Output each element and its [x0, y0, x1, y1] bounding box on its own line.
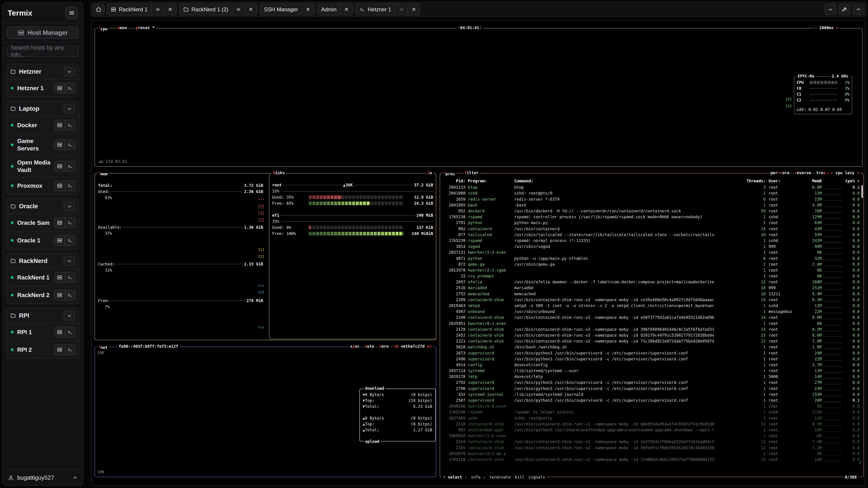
- tab-close-button[interactable]: ✕: [340, 4, 352, 15]
- net-option-auto[interactable]: auto: [364, 344, 375, 349]
- host-row[interactable]: Docker: [7, 116, 79, 134]
- process-row[interactable]: 2037131kworker/2:2-even1root0B0.0: [443, 250, 860, 255]
- host-row[interactable]: RPI 1: [7, 323, 79, 341]
- terminal[interactable]: 1cpu menu preset * ┤04:01:41├ − 2000ms +…: [93, 21, 864, 485]
- tab[interactable]: RackNerd 1✕: [107, 4, 177, 15]
- search-input[interactable]: Search hosts by any info...: [7, 46, 79, 57]
- host-server-button[interactable]: [55, 161, 65, 171]
- proc-option-tree[interactable]: tree: [815, 170, 827, 176]
- process-row[interactable]: 2516mariadbdmariadbd18999251M0.0: [443, 285, 860, 291]
- host-row[interactable]: Game Servers: [7, 134, 79, 155]
- process-row[interactable]: 2013978kworker/2:1-cgwb1root0B0.0: [443, 267, 860, 273]
- process-row[interactable]: 2697ofelia/usr/bin/ofelia daemon --docke…: [443, 279, 860, 285]
- process-row[interactable]: 2452containerd-shim/usr/bin/containerd-s…: [443, 332, 860, 338]
- host-server-button[interactable]: [55, 327, 65, 337]
- host-row[interactable]: Hetzner 1: [7, 79, 79, 97]
- process-row[interactable]: 2178containerd-shim/usr/bin/containerd-s…: [443, 326, 860, 332]
- proc-footer-kill[interactable]: kill: [515, 475, 524, 480]
- tab-split-button[interactable]: [395, 4, 408, 15]
- process-row[interactable]: 4871pythonpython -u /app/main.py nftable…: [443, 255, 860, 261]
- host-terminal-button[interactable]: [65, 327, 75, 337]
- host-row[interactable]: Proxmox: [7, 177, 79, 194]
- tab-close-button[interactable]: ✕: [245, 4, 257, 15]
- host-manager-button[interactable]: Host Manager: [7, 27, 79, 39]
- host-terminal-button[interactable]: [65, 161, 75, 171]
- proc-footer-terminate[interactable]: terminate: [489, 475, 511, 480]
- host-terminal-button[interactable]: [65, 235, 75, 246]
- proc-scrollbar[interactable]: [862, 185, 863, 198]
- host-server-button[interactable]: [55, 181, 65, 191]
- process-row[interactable]: 2792supervisord/usr/bin/python3 /usr/bin…: [443, 380, 860, 385]
- group-collapse-button[interactable]: [64, 67, 75, 76]
- menu-button[interactable]: menu: [116, 25, 128, 31]
- tab[interactable]: Hetzner 1✕: [355, 4, 420, 15]
- host-terminal-button[interactable]: [65, 181, 75, 191]
- process-row[interactable]: 2752memcachedmemcached10112119.9M0.0: [443, 291, 860, 297]
- group-collapse-button[interactable]: [64, 256, 75, 266]
- tab-split-button[interactable]: [151, 4, 164, 15]
- host-terminal-button[interactable]: [65, 345, 75, 355]
- update-interval[interactable]: − 2000ms +: [813, 25, 839, 31]
- process-row[interactable]: 2110containerd-shim/usr/bin/containerd-s…: [443, 421, 860, 427]
- io-toggle[interactable]: io: [426, 170, 433, 176]
- host-row[interactable]: Oracle Sam: [7, 214, 79, 231]
- host-server-button[interactable]: [55, 345, 65, 355]
- sidebar-menu-button[interactable]: [66, 7, 78, 19]
- host-server-button[interactable]: [55, 235, 65, 246]
- mem-box-title[interactable]: 2mem: [98, 170, 109, 177]
- host-row[interactable]: RPI 2: [7, 341, 79, 358]
- tab-close-button[interactable]: ✕: [408, 4, 420, 15]
- process-row[interactable]: 5028watchdog.sh/bin/bash /watchdog.sh1ro…: [443, 344, 860, 350]
- host-server-button[interactable]: [55, 272, 65, 283]
- process-row[interactable]: 2240containerd-shim/usr/bin/containerd-s…: [443, 315, 860, 320]
- process-row[interactable]: 15rcu_preempt1root0B0.0: [443, 273, 860, 279]
- host-server-button[interactable]: [55, 120, 65, 130]
- process-row[interactable]: 2019463smtpdsmtpd -n 589 -t inet -u -o s…: [443, 303, 860, 308]
- process-row[interactable]: 2165containerd-shim/usr/bin/containerd-s…: [443, 445, 860, 451]
- tab[interactable]: Admin✕: [317, 4, 353, 15]
- net-option-sync[interactable]: sync: [349, 344, 361, 349]
- tab[interactable]: SSH Manager✕: [260, 4, 314, 15]
- process-row[interactable]: 3814sogod/usr/sbin/sogod199940M0.0: [443, 243, 860, 250]
- process-row[interactable]: 2035951kworker/0:1-even1root0B0.0: [443, 321, 860, 326]
- group-collapse-button[interactable]: [64, 311, 75, 320]
- process-row[interactable]: 2029178lmtpdovecot/lmtp1500014M0.0: [443, 374, 860, 380]
- process-row[interactable]: 892containerd/usr/bin/containerd24root43…: [443, 226, 860, 232]
- cpu-box-title[interactable]: 1cpu: [98, 25, 109, 32]
- host-row[interactable]: RackNerd 2: [7, 286, 79, 304]
- process-row[interactable]: 2037469sshdsshd: root@notty1root11M0.0: [443, 415, 860, 421]
- tools-button[interactable]: [839, 4, 850, 15]
- process-row[interactable]: 897unattended-upgr/usr/bin/python3 /usr/…: [443, 427, 860, 433]
- process-row[interactable]: 2041088sshdsshd: root@pts/01root11M0.0: [443, 190, 860, 196]
- home-button[interactable]: [93, 4, 104, 15]
- process-row[interactable]: 877tailscaled/usr/sbin/tailscaled --stat…: [443, 232, 860, 238]
- disks-box-title[interactable]: disks: [272, 170, 286, 176]
- process-row[interactable]: 2790supervisord/usr/bin/python3 /usr/bin…: [443, 386, 860, 392]
- proc-box-title[interactable]: 4proc: [443, 170, 456, 177]
- process-row[interactable]: 1765238rspamdrspamd: controller process …: [443, 214, 860, 220]
- process-row[interactable]: 4914configdovecot/config1root3.7M0.0: [443, 362, 860, 368]
- process-row[interactable]: 4507unbound/usr/sbin/unbound1messagebus2…: [443, 308, 860, 315]
- process-row[interactable]: 1965018kworker/1:0-even1root0B0.0: [443, 433, 860, 439]
- expand-button[interactable]: [852, 4, 864, 15]
- group-collapse-button[interactable]: [64, 104, 75, 113]
- host-row[interactable]: Open Media Vault: [7, 155, 79, 177]
- proc-footer-signals[interactable]: signals: [528, 475, 545, 480]
- preset-button[interactable]: preset *: [134, 25, 156, 31]
- process-row[interactable]: 2507supervisord/usr/bin/python3 /usr/bin…: [443, 397, 860, 403]
- process-row[interactable]: 2037114systemd/lib/systemd/systemd --use…: [443, 368, 860, 374]
- process-row[interactable]: 2221containerd-shim/usr/bin/containerd-s…: [443, 338, 860, 344]
- proc-option-per-core[interactable]: per-core: [770, 170, 790, 176]
- group-collapse-button[interactable]: [64, 201, 75, 211]
- process-row[interactable]: 2032979kworker/0:2-mm_p1root0B0.0: [443, 451, 860, 457]
- process-row[interactable]: 872qemu-ga/usr/sbin/qemu-ga2root2.6M0.0: [443, 261, 860, 267]
- proc-footer-info[interactable]: info ↵: [471, 475, 485, 480]
- tab[interactable]: RackNerd 1 (2)✕: [179, 4, 257, 15]
- process-row[interactable]: 2041095bash-bash1root4.8M0.0: [443, 202, 860, 208]
- process-row[interactable]: 2496supervisord/usr/bin/python3 /usr/bin…: [443, 356, 860, 362]
- process-row[interactable]: 2673supervisord/usr/bin/python3 /usr/bin…: [443, 350, 860, 356]
- host-row[interactable]: RackNerd 1: [7, 268, 79, 286]
- host-terminal-button[interactable]: [65, 290, 75, 300]
- net-option-zero[interactable]: zero: [378, 344, 390, 349]
- host-server-button[interactable]: [55, 83, 65, 93]
